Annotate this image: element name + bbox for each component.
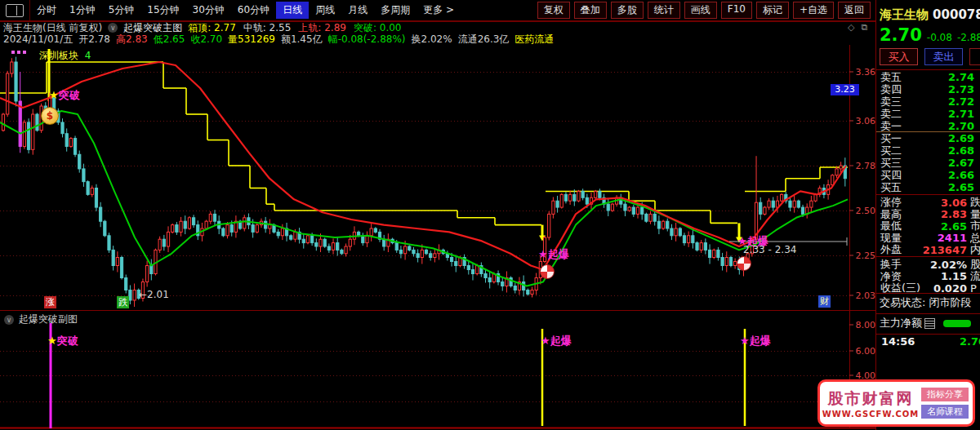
period-tab-30分钟[interactable]: 30分钟 bbox=[186, 2, 231, 19]
ohlc-item[interactable]: 医药流通 bbox=[514, 33, 554, 47]
stats-block-2: 换手2.02%股净资1.15流收益(三)0.020P bbox=[876, 259, 980, 295]
order-book-row[interactable]: 买五2.65 bbox=[876, 181, 980, 193]
watermark-badge[interactable]: 指标分享 bbox=[921, 388, 969, 401]
level-price: 2.71 bbox=[948, 108, 974, 120]
axis-label: 3.36 bbox=[851, 67, 875, 78]
stat-label: 外盘 bbox=[880, 242, 902, 257]
axis-label: 2.03 bbox=[851, 290, 875, 301]
axis-label: 2.50 bbox=[851, 206, 875, 216]
sell-button[interactable]: 卖出 bbox=[924, 48, 963, 65]
toolbar-button-叠加[interactable]: 叠加 bbox=[574, 2, 607, 19]
last-price: 2.70 bbox=[880, 25, 922, 45]
stat-value: 2.02% bbox=[930, 259, 967, 271]
axis-label: 3.06 bbox=[851, 116, 875, 126]
star-icon: ★ bbox=[49, 89, 59, 101]
chevron-down-icon[interactable]: ∨ bbox=[4, 315, 14, 325]
price-change-pct: -2.88% bbox=[957, 32, 980, 43]
toolbar-button-F10[interactable]: F10 bbox=[721, 2, 752, 19]
period-tab-分时[interactable]: 分时 bbox=[30, 2, 63, 19]
main-flow-row: 主力净额 bbox=[876, 316, 980, 330]
period-tab-月线[interactable]: 月线 bbox=[341, 2, 374, 19]
period-tab-更多 >[interactable]: 更多 > bbox=[416, 2, 461, 19]
period-tab-60分钟[interactable]: 60分钟 bbox=[231, 2, 276, 19]
range-annotation: 2.33 - 2.34 bbox=[743, 244, 796, 255]
stock-title: 海王生物 000078R bbox=[876, 7, 980, 23]
level-price: 2.74 bbox=[948, 71, 974, 83]
period-tabs: 分时1分钟5分钟15分钟30分钟60分钟日线周线月线多周期更多 > bbox=[30, 2, 461, 19]
subchart-indicator-name[interactable]: 起爆突破副图 bbox=[19, 313, 78, 326]
watermark-url[interactable]: WWW.GSCFW.COM bbox=[820, 410, 921, 419]
trading-app-window: 分时1分钟5分钟15分钟30分钟60分钟日线周线月线多周期更多 > 复权叠加多股… bbox=[0, 0, 980, 430]
sub-signal-label-1: ★突破 bbox=[47, 334, 78, 348]
period-tab-15分钟[interactable]: 15分钟 bbox=[140, 2, 185, 19]
breakout-signal-label: ★突破 bbox=[49, 88, 80, 103]
subchart-header: ∨ 起爆突破副图 bbox=[4, 313, 78, 326]
marker-dots bbox=[11, 45, 29, 56]
stat-value: 213647 bbox=[923, 244, 967, 256]
level-price: 2.69 bbox=[948, 132, 974, 144]
watermark-badge[interactable]: 名师课程 bbox=[921, 405, 969, 419]
toolbar-actions: 复权叠加多股统计画线F10标记+自选返回 bbox=[537, 2, 875, 19]
period-tab-多周期[interactable]: 多周期 bbox=[374, 2, 416, 19]
axis-label: 8.00 bbox=[851, 320, 875, 330]
price-row: 2.70 -0.08 -2.88% bbox=[876, 25, 980, 45]
panel-toggle-icon[interactable]: ⧉ bbox=[861, 22, 867, 33]
watermark-text: 股市财富网 WWW.GSCFW.COM bbox=[820, 388, 921, 419]
buy-button[interactable]: 买入 bbox=[880, 48, 918, 65]
period-tab-5分钟[interactable]: 5分钟 bbox=[102, 2, 141, 19]
level-price: 2.70 bbox=[948, 120, 974, 132]
ohlc-item: 幅-0.08(-2.88%) bbox=[328, 33, 406, 47]
diamond-icon[interactable]: ◇ bbox=[848, 22, 854, 33]
star-icon: ★ bbox=[47, 335, 57, 347]
toolbar-button-多股[interactable]: 多股 bbox=[611, 2, 644, 19]
time-price-row: 14:56 2.70 bbox=[876, 335, 980, 348]
main-chart-canvas[interactable] bbox=[0, 0, 980, 430]
up-badge: 涨 bbox=[44, 296, 56, 308]
toolbar-button-画线[interactable]: 画线 bbox=[684, 2, 717, 19]
ohlc-item: 收2.70 bbox=[190, 33, 222, 47]
toolbar-button-统计[interactable]: 统计 bbox=[648, 2, 680, 19]
period-tab-周线[interactable]: 周线 bbox=[309, 2, 341, 19]
window-layout-icon bbox=[6, 4, 24, 17]
watermark-title[interactable]: 股市财富网 bbox=[820, 388, 921, 410]
cai-badge: 财 bbox=[818, 295, 831, 308]
window-layout-button[interactable] bbox=[0, 0, 30, 20]
stat-value: 2.83 bbox=[941, 208, 967, 220]
flow-bar bbox=[943, 320, 971, 327]
sub-signal-label-2: ★起爆 bbox=[541, 334, 572, 348]
level-price: 2.73 bbox=[948, 83, 974, 95]
period-tab-日线[interactable]: 日线 bbox=[276, 2, 309, 19]
toolbar-button-+自选[interactable]: +自选 bbox=[793, 2, 834, 19]
stat-value: 2.65 bbox=[941, 220, 967, 233]
sub-signal-label-3: ★起爆 bbox=[740, 334, 771, 348]
list-icon[interactable] bbox=[924, 318, 935, 329]
period-tab-1分钟[interactable]: 1分钟 bbox=[63, 2, 102, 19]
stat-value: 3.06 bbox=[941, 197, 967, 209]
star-icon: ★ bbox=[538, 248, 548, 260]
period-toolbar: 分时1分钟5分钟15分钟30分钟60分钟日线周线月线多周期更多 > 复权叠加多股… bbox=[0, 0, 875, 20]
more-trade-button[interactable] bbox=[969, 48, 980, 65]
level-price: 2.66 bbox=[948, 169, 974, 181]
chevron-down-icon[interactable]: ∨ bbox=[108, 23, 118, 33]
toolbar-button-复权[interactable]: 复权 bbox=[537, 2, 570, 19]
star-icon: ★ bbox=[541, 335, 550, 347]
sector-annotation: 深圳板块 4 bbox=[39, 49, 91, 63]
low-price-annotation: ←2.01 bbox=[139, 289, 169, 300]
ohlc-item: 低2.65 bbox=[154, 33, 185, 47]
watermark-card: 股市财富网 WWW.GSCFW.COM 指标分享名师课程 bbox=[817, 379, 975, 427]
axis-label: 2.78 bbox=[851, 161, 875, 171]
trade-buttons: 买入 卖出 bbox=[876, 48, 980, 65]
moneybag-icon: $ bbox=[41, 107, 59, 125]
trade-status-row: 交易状态: 闭市阶段 bbox=[876, 295, 980, 310]
stat-value: 2411 bbox=[938, 232, 967, 244]
toolbar-button-返回[interactable]: 返回 bbox=[838, 2, 871, 19]
axis-label: 6.00 bbox=[851, 346, 875, 357]
ohlc-item: 流通26.3亿 bbox=[458, 33, 510, 47]
ohlc-item: 额1.45亿 bbox=[281, 33, 323, 47]
ohlc-item: 量531269 bbox=[228, 33, 275, 47]
stat-value: 1.15 bbox=[941, 270, 967, 282]
stat-row: 外盘213647内 bbox=[876, 244, 980, 256]
level-label: 买五 bbox=[880, 180, 902, 195]
toolbar-button-标记[interactable]: 标记 bbox=[756, 2, 789, 19]
ball-icon-2 bbox=[737, 256, 751, 271]
